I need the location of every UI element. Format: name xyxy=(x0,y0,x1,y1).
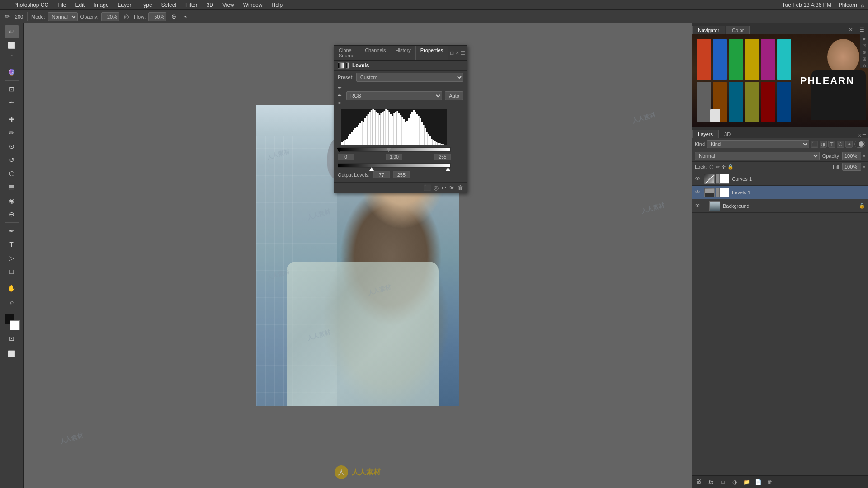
tool-pen[interactable]: ✒ xyxy=(5,225,19,237)
bg-visibility-icon[interactable]: 👁 xyxy=(695,202,701,209)
layer-item-levels[interactable]: 👁 Levels 1 xyxy=(692,186,868,199)
filter-icon-type[interactable]: T xyxy=(828,141,835,148)
input-black-handle[interactable] xyxy=(337,148,341,152)
rotate-brush-icon[interactable]: ⊕ xyxy=(169,12,178,21)
tab-layers[interactable]: Layers xyxy=(692,130,719,138)
tool-crop[interactable]: ⊡ xyxy=(5,83,19,95)
levels-icon-delete[interactable]: 🗑 xyxy=(458,184,463,191)
lock-transparent-icon[interactable]: ⬡ xyxy=(709,164,714,170)
tool-blur[interactable]: ◉ xyxy=(5,194,19,207)
eyedropper-white[interactable]: ✒ xyxy=(338,100,342,106)
nav-icon-3[interactable]: ⊕ xyxy=(863,50,866,55)
nav-panel-close[interactable]: ✕ xyxy=(846,25,855,34)
delete-layer-icon[interactable]: 🗑 xyxy=(765,478,774,487)
input-mid-field[interactable]: 1.00 xyxy=(386,154,402,160)
adjustment-icon[interactable]: ◑ xyxy=(730,478,739,487)
tool-path[interactable]: ▷ xyxy=(5,252,19,264)
filter-select[interactable]: Kind xyxy=(707,140,809,148)
input-gray-handle[interactable] xyxy=(387,148,391,152)
brush-size-icon[interactable]: 200 xyxy=(14,12,24,21)
input-max-field[interactable]: 255 xyxy=(434,154,451,160)
levels-visibility-icon[interactable]: 👁 xyxy=(695,189,701,196)
float-panel-menu[interactable]: ☰ xyxy=(461,50,465,56)
menu-view[interactable]: View xyxy=(219,1,238,9)
menu-window[interactable]: Window xyxy=(240,1,266,9)
tool-quick-select[interactable]: 🔮 xyxy=(5,66,19,79)
tab-3d[interactable]: 3D xyxy=(719,130,736,138)
menu-layer[interactable]: Layer xyxy=(114,1,135,9)
output-left-handle[interactable] xyxy=(369,167,374,171)
filter-toggle[interactable] xyxy=(854,141,865,148)
tool-zoom[interactable]: ⌕ xyxy=(5,296,19,308)
eyedropper-black[interactable]: ✒ xyxy=(338,85,342,91)
tool-brush[interactable]: ✏ xyxy=(5,127,19,139)
menu-type[interactable]: Type xyxy=(137,1,156,9)
nav-icon-2[interactable]: ⊡ xyxy=(863,43,866,48)
tool-marquee[interactable]: ⬜ xyxy=(5,39,19,52)
mode-select[interactable]: Normal xyxy=(48,12,78,21)
menu-select[interactable]: Select xyxy=(158,1,180,9)
tool-lasso[interactable]: ⌒ xyxy=(5,52,19,65)
add-style-icon[interactable]: fx xyxy=(707,478,716,487)
output-max-field[interactable]: 255 xyxy=(393,171,410,178)
levels-icon-reset[interactable]: ↩ xyxy=(441,184,446,191)
filter-icon-shape[interactable]: ⬡ xyxy=(837,141,844,148)
output-min-field[interactable]: 77 xyxy=(373,171,390,178)
tool-text[interactable]: T xyxy=(5,238,19,251)
eyedropper-gray[interactable]: ✒ xyxy=(338,93,342,99)
tool-hand[interactable]: ✋ xyxy=(5,282,19,295)
filter-icon-pixel[interactable]: ⬛ xyxy=(811,141,818,148)
background-color[interactable] xyxy=(10,320,20,330)
new-layer-icon[interactable]: 📄 xyxy=(754,478,763,487)
float-panel-close[interactable]: ✕ xyxy=(455,50,459,56)
float-panel-expand[interactable]: ⊞ xyxy=(450,50,454,56)
levels-icon-auto-correct[interactable]: ⬛ xyxy=(424,184,431,191)
apple-menu[interactable]:  xyxy=(4,1,6,9)
layers-menu-icon[interactable]: ☰ xyxy=(862,133,866,138)
opacity-input[interactable] xyxy=(842,152,861,160)
nav-icon-1[interactable]: ▶ xyxy=(862,36,867,41)
tool-shape[interactable]: □ xyxy=(5,265,19,278)
fill-input[interactable] xyxy=(842,163,861,171)
screen-mode-btn[interactable]: ⬜ xyxy=(5,347,19,360)
menu-3d[interactable]: 3D xyxy=(203,1,217,9)
search-icon[interactable]: ⌕ xyxy=(861,1,864,9)
flow-input[interactable] xyxy=(148,12,166,21)
menu-filter[interactable]: Filter xyxy=(182,1,201,9)
tool-gradient[interactable]: ▦ xyxy=(5,181,19,193)
float-tab-clone[interactable]: Clone Source xyxy=(334,46,360,60)
tab-navigator[interactable]: Navigator xyxy=(692,26,725,34)
quick-mask-btn[interactable]: ⊡ xyxy=(5,332,19,345)
new-group-icon[interactable]: 📁 xyxy=(742,478,751,487)
add-mask-icon[interactable]: □ xyxy=(718,478,727,487)
float-tab-properties[interactable]: Properties xyxy=(416,46,448,60)
lock-all-icon[interactable]: 🔒 xyxy=(727,164,734,170)
levels-icon-visibility[interactable]: 👁 xyxy=(449,184,455,191)
channel-select[interactable]: RGB xyxy=(346,91,442,100)
color-swatches[interactable] xyxy=(4,314,20,330)
tool-heal[interactable]: ✚ xyxy=(5,113,19,126)
layers-close-icon[interactable]: ✕ xyxy=(858,133,861,138)
fill-arrow[interactable]: ▾ xyxy=(863,164,865,169)
tab-color[interactable]: Color xyxy=(726,26,750,34)
tool-dodge[interactable]: ⊖ xyxy=(5,208,19,221)
opacity-input[interactable] xyxy=(101,12,119,21)
opacity-arrow[interactable]: ▾ xyxy=(863,154,865,159)
tool-stamp[interactable]: ⊙ xyxy=(5,140,19,153)
lock-position-icon[interactable]: ✛ xyxy=(722,164,726,170)
preset-select[interactable]: Custom xyxy=(356,73,463,82)
filter-icon-adjust[interactable]: ◑ xyxy=(820,141,827,148)
menu-edit[interactable]: Edit xyxy=(72,1,89,9)
float-tab-history[interactable]: History xyxy=(391,46,416,60)
lock-pixels-icon[interactable]: ✏ xyxy=(716,164,720,170)
layer-item-background[interactable]: 👁 Background 🔒 xyxy=(692,199,868,213)
layer-item-curves[interactable]: 👁 Curves 1 xyxy=(692,172,868,186)
nav-icon-5[interactable]: ⊗ xyxy=(863,63,866,68)
input-white-handle[interactable] xyxy=(446,148,450,152)
menu-photoshop[interactable]: Photoshop CC xyxy=(9,1,52,9)
menu-file[interactable]: File xyxy=(54,1,70,9)
input-min-field[interactable]: 0 xyxy=(338,154,354,160)
nav-icon-4[interactable]: ⊞ xyxy=(863,56,866,61)
levels-icon-clip[interactable]: ◎ xyxy=(434,184,439,191)
link-layers-icon[interactable]: ⛓ xyxy=(695,478,704,487)
